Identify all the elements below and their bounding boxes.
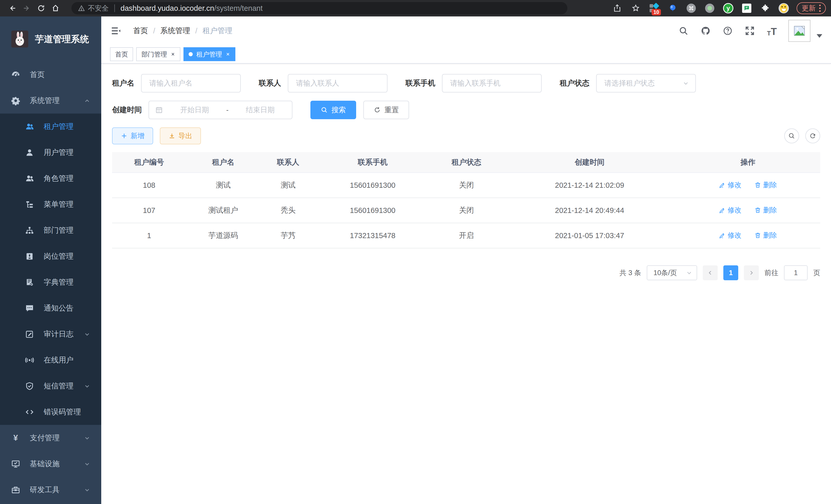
col-mobile: 联系手机 xyxy=(316,152,429,173)
sidebar-item-online[interactable]: 在线用户 xyxy=(0,347,101,373)
tab-label: 首页 xyxy=(115,50,128,59)
sidebar-item-infra[interactable]: 基础设施 xyxy=(0,451,101,477)
avatar[interactable] xyxy=(789,20,810,42)
extension-y-icon[interactable]: y xyxy=(722,3,734,14)
page-size-select[interactable]: 10条/页 xyxy=(647,265,697,280)
created-label: 创建时间 xyxy=(112,105,142,115)
fullscreen-icon[interactable] xyxy=(744,25,755,36)
tab-label: 部门管理 xyxy=(141,50,167,59)
hide-search-button[interactable] xyxy=(784,128,799,143)
sidebar-logo[interactable]: 芋道管理系统 xyxy=(0,17,101,62)
sidebar-item-dept[interactable]: 部门管理 xyxy=(0,217,101,243)
sidebar-item-user[interactable]: 用户管理 xyxy=(0,140,101,166)
cell-created: 2021-12-14 20:49:44 xyxy=(504,198,676,223)
contact-input[interactable] xyxy=(288,74,388,92)
sidebar-item-sms[interactable]: 短信管理 xyxy=(0,373,101,399)
sidebar-item-label: 系统管理 xyxy=(30,95,60,106)
browser-menu-icon[interactable] xyxy=(819,5,821,12)
download-icon xyxy=(169,132,175,139)
close-icon[interactable] xyxy=(171,52,175,57)
sidebar-item-dict[interactable]: 字典管理 xyxy=(0,269,101,295)
not-secure-icon xyxy=(78,5,85,11)
reload-icon[interactable] xyxy=(34,1,48,16)
extension-balloon-icon[interactable] xyxy=(667,3,678,14)
sidebar-item-post[interactable]: 岗位管理 xyxy=(0,243,101,269)
home-icon[interactable] xyxy=(48,1,63,16)
sidebar-item-devtools[interactable]: 研发工具 xyxy=(0,477,101,503)
forward-icon[interactable] xyxy=(20,1,34,16)
page-number-button[interactable]: 1 xyxy=(723,265,738,280)
sidebar-item-notice[interactable]: 通知公告 xyxy=(0,295,101,321)
back-icon[interactable] xyxy=(5,1,20,16)
chrome-update-button[interactable]: 更新 xyxy=(797,2,826,14)
sidebar-item-home[interactable]: 首页 xyxy=(0,62,101,88)
logo-rabbit-image xyxy=(11,31,28,48)
sidebar-item-menu[interactable]: 菜单管理 xyxy=(0,191,101,217)
help-icon[interactable] xyxy=(722,25,733,36)
refresh-icon xyxy=(374,106,381,114)
breadcrumb: 首页 / 系统管理 / 租户管理 xyxy=(133,26,232,36)
tenant-name-input[interactable] xyxy=(141,74,241,92)
refresh-table-button[interactable] xyxy=(805,128,820,143)
table-row: 1 芋道源码 芋艿 17321315478 开启 2021-01-05 17:0… xyxy=(112,223,820,248)
edit-link[interactable]: 修改 xyxy=(719,231,742,240)
delete-link[interactable]: 删除 xyxy=(754,231,777,240)
search-button[interactable]: 搜索 xyxy=(310,101,356,119)
sidebar-item-tenant[interactable]: 租户管理 xyxy=(0,114,101,140)
extension-tasks-icon[interactable]: 10 xyxy=(649,3,660,14)
sidebar-item-audit[interactable]: 审计日志 xyxy=(0,321,101,347)
font-size-icon[interactable]: TT xyxy=(766,25,778,36)
status-select[interactable]: 请选择租户状态 xyxy=(596,74,696,92)
sidebar-item-role[interactable]: 角色管理 xyxy=(0,166,101,191)
sidebar-item-pay[interactable]: ¥ 支付管理 xyxy=(0,425,101,451)
sidebar-item-system[interactable]: 系统管理 xyxy=(0,88,101,114)
extension-chat-icon[interactable] xyxy=(741,3,752,14)
sidebar-collapse-icon[interactable] xyxy=(110,25,121,36)
delete-link[interactable]: 删除 xyxy=(754,206,777,215)
sidebar-item-errcode[interactable]: 错误码管理 xyxy=(0,399,101,425)
search-icon[interactable] xyxy=(678,25,689,36)
trash-icon xyxy=(754,232,761,239)
edit-link[interactable]: 修改 xyxy=(719,180,742,189)
breadcrumb-system[interactable]: 系统管理 xyxy=(160,26,190,36)
date-start-placeholder: 开始日期 xyxy=(169,105,220,115)
table-header-row: 租户编号 租户名 联系人 联系手机 租户状态 创建时间 操作 xyxy=(112,152,820,173)
cell-actions: 修改 删除 xyxy=(676,198,820,223)
prev-page-button[interactable] xyxy=(703,265,718,280)
broadcast-icon xyxy=(25,355,34,365)
cell-status: 关闭 xyxy=(429,198,504,223)
github-icon[interactable] xyxy=(700,25,711,36)
mobile-label: 联系手机 xyxy=(405,78,435,88)
goto-page-input[interactable] xyxy=(784,265,808,280)
extension-command-icon[interactable] xyxy=(686,3,697,14)
sidebar-item-label: 在线用户 xyxy=(44,355,74,365)
extension-recorder-icon[interactable] xyxy=(704,3,715,14)
close-icon[interactable] xyxy=(226,52,230,57)
share-icon[interactable] xyxy=(611,3,623,14)
reset-button[interactable]: 重置 xyxy=(363,101,409,119)
extensions-puzzle-icon[interactable] xyxy=(760,3,771,14)
date-range-picker[interactable]: 开始日期 - 结束日期 xyxy=(148,101,292,119)
next-page-button[interactable] xyxy=(744,265,759,280)
page-content: 租户名 联系人 联系手机 租户状态 请选择租户状态 xyxy=(101,64,831,504)
tab-tenant[interactable]: 租户管理 xyxy=(183,47,235,61)
add-button[interactable]: 新增 xyxy=(112,127,153,144)
sidebar-item-label: 通知公告 xyxy=(44,303,74,314)
sitemap-icon xyxy=(25,226,34,235)
delete-link[interactable]: 删除 xyxy=(754,180,777,189)
export-button[interactable]: 导出 xyxy=(160,127,201,144)
col-created: 创建时间 xyxy=(504,152,676,173)
avatar-caret-icon[interactable] xyxy=(816,34,822,38)
address-bar[interactable]: 不安全 dashboard.yudao.iocoder.cn/system/te… xyxy=(71,2,567,14)
chevron-down-icon xyxy=(84,486,90,493)
tab-home[interactable]: 首页 xyxy=(110,47,133,61)
mobile-input[interactable] xyxy=(442,74,542,92)
edit-link[interactable]: 修改 xyxy=(719,206,742,215)
sidebar-item-label: 菜单管理 xyxy=(44,199,74,210)
bookmark-star-icon[interactable] xyxy=(630,3,641,14)
chevron-down-icon xyxy=(84,461,90,467)
profile-avatar-icon[interactable] xyxy=(778,3,790,14)
code-icon xyxy=(25,407,34,417)
breadcrumb-home[interactable]: 首页 xyxy=(133,26,148,36)
tab-dept[interactable]: 部门管理 xyxy=(136,47,180,61)
